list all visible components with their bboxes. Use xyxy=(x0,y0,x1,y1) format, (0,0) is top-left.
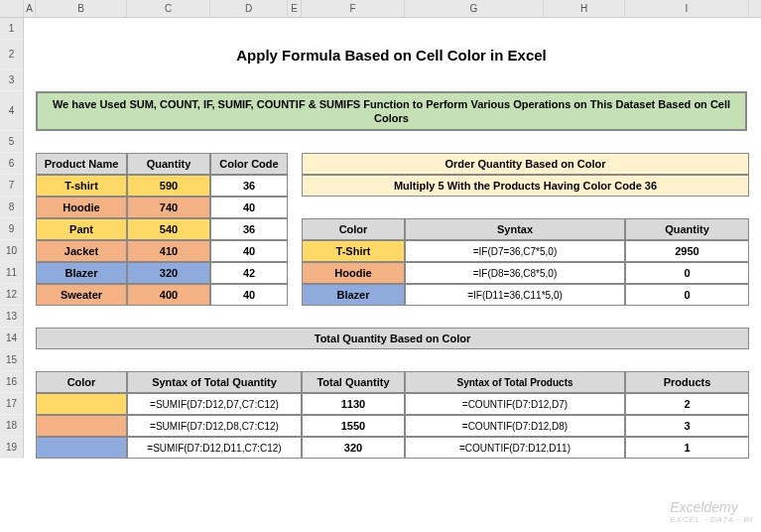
t1-r0-qty[interactable]: 590 xyxy=(127,175,210,197)
t3-hdr-color[interactable]: Color xyxy=(36,371,127,393)
t1-r3-qty[interactable]: 410 xyxy=(127,240,210,262)
row-header-16[interactable]: 16 xyxy=(0,371,24,393)
t1-r4-code[interactable]: 42 xyxy=(210,262,288,284)
t2-hdr-syntax[interactable]: Syntax xyxy=(405,218,625,240)
row-header-4[interactable]: 4 xyxy=(0,91,24,131)
t2-r0-syntax[interactable]: =IF(D7=36,C7*5,0) xyxy=(405,240,625,262)
t3-r2-color[interactable] xyxy=(36,437,127,459)
t1-r4-name[interactable]: Blazer xyxy=(36,262,127,284)
col-header-C[interactable]: C xyxy=(127,0,210,17)
row-19: =SUMIF(D7:D12,D11,C7:C12) 320 =COUNTIF(D… xyxy=(24,437,761,459)
t3-r0-stq[interactable]: =SUMIF(D7:D12,D7,C7:C12) xyxy=(127,393,302,415)
col-header-D[interactable]: D xyxy=(210,0,288,17)
col-header-H[interactable]: H xyxy=(544,0,625,17)
row-header-7[interactable]: 7 xyxy=(0,175,24,197)
row-15 xyxy=(24,349,761,371)
col-header-G[interactable]: G xyxy=(405,0,544,17)
description-box[interactable]: We have Used SUM, COUNT, IF, SUMIF, COUN… xyxy=(36,91,747,131)
row-17: =SUMIF(D7:D12,D7,C7:C12) 1130 =COUNTIF(D… xyxy=(24,393,761,415)
page-title[interactable]: Apply Formula Based on Cell Color in Exc… xyxy=(36,40,747,69)
t3-r0-color[interactable] xyxy=(36,393,127,415)
row-header-12[interactable]: 12 xyxy=(0,284,24,306)
t2-r0-color[interactable]: T-Shirt xyxy=(302,240,405,262)
t3-r1-tq[interactable]: 1550 xyxy=(302,415,405,437)
row-header-10[interactable]: 10 xyxy=(0,240,24,262)
row-header-8[interactable]: 8 xyxy=(0,197,24,218)
t1-r5-code[interactable]: 40 xyxy=(210,284,288,306)
row-header-11[interactable]: 11 xyxy=(0,262,24,284)
t1-r1-name[interactable]: Hoodie xyxy=(36,197,127,218)
grid: Apply Formula Based on Cell Color in Exc… xyxy=(24,18,761,459)
row-header-13[interactable]: 13 xyxy=(0,306,24,328)
t3-r2-stq[interactable]: =SUMIF(D7:D12,D11,C7:C12) xyxy=(127,437,302,459)
row-18: =SUMIF(D7:D12,D8,C7:C12) 1550 =COUNTIF(D… xyxy=(24,415,761,437)
t1-r0-name[interactable]: T-shirt xyxy=(36,175,127,197)
row-11: Blazer 320 42 Hoodie =IF(D8=36,C8*5,0) 0 xyxy=(24,262,761,284)
t2-r2-syntax[interactable]: =IF(D11=36,C11*5,0) xyxy=(405,284,625,306)
t3-hdr-tq[interactable]: Total Quantity xyxy=(302,371,405,393)
section3-title[interactable]: Total Quantity Based on Color xyxy=(36,328,749,349)
t2-hdr-qty[interactable]: Quantity xyxy=(625,218,749,240)
t2-r2-color[interactable]: Blazer xyxy=(302,284,405,306)
t3-hdr-stq[interactable]: Syntax of Total Quantity xyxy=(127,371,302,393)
t1-r4-qty[interactable]: 320 xyxy=(127,262,210,284)
row-14: Total Quantity Based on Color xyxy=(24,328,761,349)
spreadsheet: A B C D E F G H I 1 2 3 4 5 6 7 8 9 10 1… xyxy=(0,0,761,18)
t3-r1-stq[interactable]: =SUMIF(D7:D12,D8,C7:C12) xyxy=(127,415,302,437)
row-header-19[interactable]: 19 xyxy=(0,437,24,459)
row-13 xyxy=(24,306,761,328)
row-header-6[interactable]: 6 xyxy=(0,153,24,175)
t1-hdr-product[interactable]: Product Name xyxy=(36,153,127,175)
row-header-2[interactable]: 2 xyxy=(0,40,24,69)
row-7: T-shirt 590 36 Multiply 5 With the Produ… xyxy=(24,175,761,197)
order-title[interactable]: Order Quantity Based on Color xyxy=(302,153,749,175)
select-all-corner[interactable] xyxy=(0,0,24,17)
t1-r1-code[interactable]: 40 xyxy=(210,197,288,218)
t3-r2-stp[interactable]: =COUNTIF(D7:D12,D11) xyxy=(405,437,625,459)
row-header-3[interactable]: 3 xyxy=(0,69,24,91)
t2-r0-qty[interactable]: 2950 xyxy=(625,240,749,262)
col-header-E[interactable]: E xyxy=(288,0,302,17)
t1-r2-qty[interactable]: 540 xyxy=(127,218,210,240)
row-header-18[interactable]: 18 xyxy=(0,415,24,437)
t1-hdr-code[interactable]: Color Code xyxy=(210,153,288,175)
t3-hdr-stp[interactable]: Syntax of Total Products xyxy=(405,371,625,393)
col-header-F[interactable]: F xyxy=(302,0,405,17)
t3-r1-color[interactable] xyxy=(36,415,127,437)
row-header-1[interactable]: 1 xyxy=(0,18,24,40)
row-header-17[interactable]: 17 xyxy=(0,393,24,415)
col-header-A[interactable]: A xyxy=(24,0,36,17)
t1-r3-name[interactable]: Jacket xyxy=(36,240,127,262)
t1-r5-name[interactable]: Sweater xyxy=(36,284,127,306)
t1-r1-qty[interactable]: 740 xyxy=(127,197,210,218)
t3-r0-stp[interactable]: =COUNTIF(D7:D12,D7) xyxy=(405,393,625,415)
row-headers: 1 2 3 4 5 6 7 8 9 10 11 12 13 14 15 16 1… xyxy=(0,18,24,459)
t1-r5-qty[interactable]: 400 xyxy=(127,284,210,306)
t2-r1-qty[interactable]: 0 xyxy=(625,262,749,284)
t2-r2-qty[interactable]: 0 xyxy=(625,284,749,306)
t1-r2-code[interactable]: 36 xyxy=(210,218,288,240)
col-header-I[interactable]: I xyxy=(625,0,749,17)
t1-r3-code[interactable]: 40 xyxy=(210,240,288,262)
t2-r1-syntax[interactable]: =IF(D8=36,C8*5,0) xyxy=(405,262,625,284)
t3-r1-p[interactable]: 3 xyxy=(625,415,749,437)
column-headers: A B C D E F G H I xyxy=(0,0,761,18)
row-header-5[interactable]: 5 xyxy=(0,131,24,153)
row-4: We have Used SUM, COUNT, IF, SUMIF, COUN… xyxy=(24,91,761,131)
t2-r1-color[interactable]: Hoodie xyxy=(302,262,405,284)
t3-r0-tq[interactable]: 1130 xyxy=(302,393,405,415)
t1-hdr-qty[interactable]: Quantity xyxy=(127,153,210,175)
row-header-15[interactable]: 15 xyxy=(0,349,24,371)
t3-r2-p[interactable]: 1 xyxy=(625,437,749,459)
t3-r2-tq[interactable]: 320 xyxy=(302,437,405,459)
t2-hdr-color[interactable]: Color xyxy=(302,218,405,240)
t3-r0-p[interactable]: 2 xyxy=(625,393,749,415)
t3-hdr-p[interactable]: Products xyxy=(625,371,749,393)
row-header-9[interactable]: 9 xyxy=(0,218,24,240)
order-subtitle[interactable]: Multiply 5 With the Products Having Colo… xyxy=(302,175,749,197)
col-header-B[interactable]: B xyxy=(36,0,127,17)
t1-r0-code[interactable]: 36 xyxy=(210,175,288,197)
row-header-14[interactable]: 14 xyxy=(0,328,24,349)
t1-r2-name[interactable]: Pant xyxy=(36,218,127,240)
t3-r1-stp[interactable]: =COUNTIF(D7:D12,D8) xyxy=(405,415,625,437)
